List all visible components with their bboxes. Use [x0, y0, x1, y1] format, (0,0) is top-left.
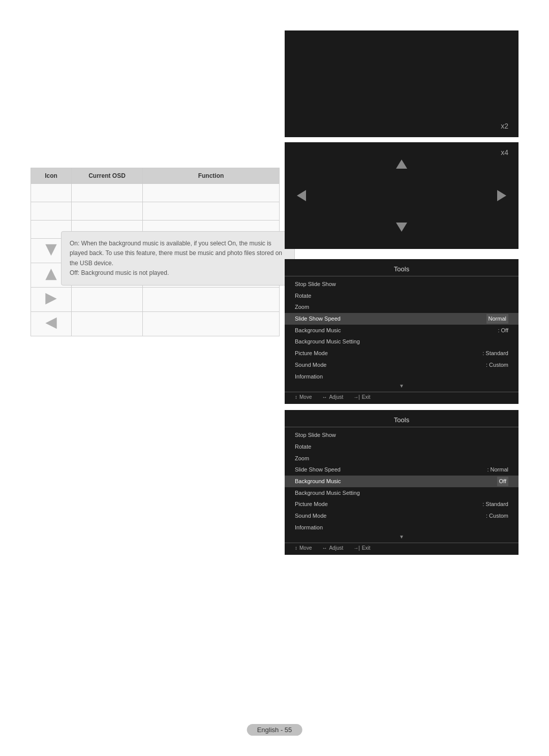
tools-row: Background Music Setting	[285, 487, 518, 499]
table-row	[31, 202, 280, 220]
table-cell-icon	[31, 202, 72, 220]
arrow-up-icon	[44, 267, 58, 281]
note-box: On: When the background music is availab…	[61, 231, 295, 286]
tools-footer-2: ↕ Move ↔ Adjust →| Exit	[285, 543, 518, 551]
panel-zoom-x4: x4	[285, 142, 518, 249]
adjust-icon: ↔	[322, 394, 327, 400]
panel-zoom-x2: x2	[285, 30, 518, 137]
footer-adjust: ↔ Adjust	[322, 394, 343, 400]
tools-row: Picture Mode : Standard	[285, 348, 518, 359]
tools-row-highlighted: Slide Show Speed Normal	[285, 313, 518, 325]
zoom-x4-label: x4	[501, 148, 508, 156]
arrow-left-icon	[44, 316, 58, 330]
move-icon: ↕	[295, 394, 297, 400]
tools-row: Slide Show Speed : Normal	[285, 464, 518, 476]
table-cell-function	[143, 312, 280, 336]
exit-icon: →|	[353, 394, 360, 400]
footer-move: ↕ Move	[295, 545, 312, 551]
move-label: Move	[299, 545, 312, 551]
tools-row: Picture Mode : Standard	[285, 498, 518, 510]
move-label: Move	[299, 394, 312, 400]
table-row	[31, 312, 280, 336]
table-cell-function	[143, 184, 280, 202]
tools-row: Information	[285, 371, 518, 383]
tools-row: Background Music : Off	[285, 325, 518, 336]
table-cell-icon	[31, 288, 72, 312]
nav-arrow-right	[493, 188, 508, 203]
adjust-label: Adjust	[329, 545, 343, 551]
tools-row: Zoom	[285, 453, 518, 464]
left-column: Icon Current OSD Function	[30, 30, 280, 336]
svg-marker-3	[497, 190, 506, 201]
nav-arrow-up	[394, 158, 409, 173]
table-cell-function	[143, 288, 280, 312]
arrow-right-icon	[44, 292, 58, 306]
nav-arrow-left	[295, 188, 310, 203]
svg-marker-2	[297, 190, 306, 201]
table-header-function: Function	[143, 168, 280, 184]
note-text: On: When the background music is availab…	[70, 240, 282, 276]
table-cell-function	[143, 202, 280, 220]
table-cell-icon	[31, 184, 72, 202]
tools-row-highlighted: Background Music Off	[285, 476, 518, 487]
table-header-icon: Icon	[31, 168, 72, 184]
tools-footer-1: ↕ Move ↔ Adjust →| Exit	[285, 392, 518, 400]
tools-panel-1: Tools Stop Slide Show Rotate Zoom Slide …	[285, 259, 518, 404]
exit-icon: →|	[353, 545, 360, 551]
footer-exit: →| Exit	[353, 545, 370, 551]
right-column: x2 x4	[285, 30, 518, 561]
table-row	[31, 288, 280, 312]
tools-scroll-down-icon: ▼	[285, 382, 518, 390]
svg-marker-1	[396, 223, 407, 232]
tools-row: Rotate	[285, 290, 518, 302]
table-row	[31, 184, 280, 202]
tools-title-1: Tools	[285, 263, 518, 276]
tools-row: Zoom	[285, 301, 518, 313]
table-cell-osd	[72, 202, 143, 220]
page-number: English - 55	[247, 724, 302, 736]
tools-row: Stop Slide Show	[285, 429, 518, 441]
table-cell-osd	[72, 312, 143, 336]
tools-row: Rotate	[285, 441, 518, 453]
tools-row: Background Music Setting	[285, 336, 518, 348]
tools-row: Sound Mode : Custom	[285, 510, 518, 522]
exit-label: Exit	[362, 545, 371, 551]
svg-marker-0	[396, 160, 407, 169]
table-cell-icon	[31, 312, 72, 336]
tools-row: Information	[285, 522, 518, 533]
table-cell-osd	[72, 184, 143, 202]
footer-exit: →| Exit	[353, 394, 370, 400]
nav-arrow-down	[394, 218, 409, 234]
tools-row: Stop Slide Show	[285, 278, 518, 290]
zoom-x2-label: x2	[501, 122, 508, 130]
footer-move: ↕ Move	[295, 394, 312, 400]
table-header-osd: Current OSD	[72, 168, 143, 184]
arrow-down-icon	[44, 243, 58, 257]
move-icon: ↕	[295, 545, 297, 551]
footer-adjust: ↔ Adjust	[322, 545, 343, 551]
adjust-icon: ↔	[322, 545, 327, 551]
tools-scroll-down-icon: ▼	[285, 533, 518, 541]
exit-label: Exit	[362, 394, 371, 400]
table-cell-osd	[72, 288, 143, 312]
adjust-label: Adjust	[329, 394, 343, 400]
tools-title-2: Tools	[285, 414, 518, 427]
tools-row: Sound Mode : Custom	[285, 359, 518, 371]
tools-panel-2: Tools Stop Slide Show Rotate Zoom Slide …	[285, 410, 518, 555]
